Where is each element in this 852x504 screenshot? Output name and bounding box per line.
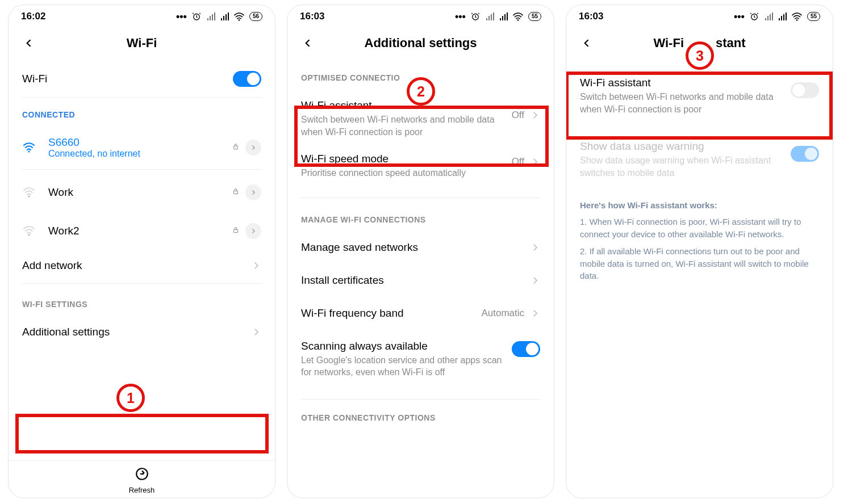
status-bar: 16:02 ••• 56	[9, 5, 275, 26]
info-line-2: 2. If all available Wi-Fi connections tu…	[566, 243, 833, 284]
section-other: OTHER CONNECTIVITY OPTIONS	[287, 400, 554, 422]
chevron-right-icon	[530, 110, 540, 120]
refresh-label: Refresh	[129, 486, 155, 494]
battery-level: 56	[249, 12, 262, 21]
add-network-row[interactable]: Add network	[9, 254, 275, 283]
signal2-icon	[778, 12, 787, 20]
signal1-icon	[206, 12, 215, 20]
wifi-icon	[22, 141, 36, 154]
wifi-assistant-value: Off	[512, 110, 524, 121]
network-item[interactable]: Work2	[9, 215, 275, 254]
more-icon: •••	[734, 11, 745, 23]
svg-rect-7	[234, 229, 238, 232]
section-wifi-settings: WI-FI SETTINGS	[9, 284, 275, 316]
status-time: 16:03	[579, 11, 603, 22]
chevron-right-icon	[530, 275, 540, 285]
network-details-button[interactable]	[245, 140, 261, 156]
data-warning-toggle	[791, 146, 819, 162]
svg-point-2	[28, 150, 30, 152]
wifi-speed-value: Off	[512, 156, 524, 167]
additional-settings-label: Additional settings	[22, 326, 110, 338]
network-connected[interactable]: S6660 Connected, no internet	[9, 126, 275, 169]
back-button[interactable]	[301, 36, 315, 50]
chevron-right-icon	[251, 261, 261, 271]
status-time: 16:02	[21, 11, 45, 22]
svg-point-4	[28, 195, 30, 197]
svg-rect-5	[234, 191, 238, 194]
signal2-icon	[220, 12, 229, 20]
back-button[interactable]	[580, 36, 594, 50]
scanning-sub: Let Google's location service and other …	[301, 354, 503, 379]
status-right: ••• 55	[455, 11, 541, 23]
wifi-assistant-row[interactable]: Wi-Fi assistant Switch between Wi-Fi net…	[566, 61, 833, 125]
freq-band-row[interactable]: Wi-Fi frequency band Automatic	[287, 297, 554, 330]
title-pre: Wi-Fi	[653, 36, 684, 51]
wifi-toggle[interactable]	[233, 71, 261, 87]
lock-icon	[232, 226, 240, 236]
info-line-1: 1. When Wi-Fi connection is poor, Wi-Fi …	[566, 213, 833, 243]
status-bar: 16:03 ••• 55	[287, 5, 554, 26]
lock-icon	[232, 187, 240, 198]
app-bar: Additional settings	[287, 26, 554, 61]
manage-saved-row[interactable]: Manage saved networks	[287, 231, 554, 264]
wifi-speed-title: Wi-Fi speed mode	[301, 153, 504, 165]
network-item[interactable]: Work	[9, 170, 275, 215]
page-title: Wi-Fi	[127, 36, 157, 51]
scanning-toggle[interactable]	[512, 341, 540, 357]
install-cert-row[interactable]: Install certificates	[287, 264, 554, 297]
scanning-title: Scanning always available	[301, 340, 503, 352]
freq-band-value: Automatic	[481, 308, 524, 319]
section-connected: CONNECTED	[9, 98, 275, 126]
chevron-right-icon	[530, 157, 540, 167]
network-details-button[interactable]	[245, 184, 261, 200]
chevron-right-icon	[530, 308, 540, 318]
wifi-assistant-toggle[interactable]	[791, 82, 819, 98]
signal1-icon	[485, 12, 494, 20]
wifi-icon	[22, 186, 36, 199]
wifi-toggle-row[interactable]: Wi-Fi	[9, 61, 275, 97]
section-manage: MANAGE WI-FI CONNECTIONS	[287, 198, 554, 231]
network-name: Work	[48, 186, 73, 199]
refresh-button[interactable]	[135, 467, 149, 484]
wifi-assistant-title: Wi-Fi assistant	[580, 77, 782, 89]
signal1-icon	[764, 12, 773, 20]
annotation-badge-3: 3	[686, 41, 714, 70]
wifi-status-icon	[233, 12, 245, 21]
additional-settings-row[interactable]: Additional settings	[9, 316, 275, 348]
back-button[interactable]	[22, 36, 36, 50]
svg-point-1	[239, 19, 240, 21]
network-status: Connected, no internet	[48, 149, 140, 159]
chevron-right-icon	[251, 327, 261, 337]
chevron-right-icon	[530, 242, 540, 253]
wifi-speed-row[interactable]: Wi-Fi speed mode Prioritise connection s…	[287, 148, 554, 190]
wifi-status-icon	[791, 12, 803, 21]
svg-point-12	[796, 19, 798, 21]
status-bar: 16:03 ••• 55	[566, 5, 833, 26]
more-icon: •••	[176, 11, 187, 23]
manage-saved-label: Manage saved networks	[301, 241, 418, 254]
title-post: stant	[716, 36, 746, 51]
network-details-button[interactable]	[245, 223, 261, 239]
status-time: 16:03	[300, 11, 324, 22]
status-right: ••• 55	[734, 11, 820, 23]
lock-icon	[232, 142, 240, 153]
svg-rect-3	[234, 146, 238, 149]
wifi-speed-sub: Prioritise connection speed automaticall…	[301, 167, 504, 179]
more-icon: •••	[455, 11, 466, 23]
alarm-icon	[749, 11, 759, 22]
wifi-status-icon	[512, 12, 524, 21]
data-warning-row: Show data usage warning Show data usage …	[566, 125, 833, 189]
content: OPTIMISED CONNECTIO Wi-Fi assistant Swit…	[287, 61, 554, 498]
alarm-icon	[470, 11, 481, 22]
wifi-assistant-title: Wi-Fi assistant	[301, 99, 504, 112]
page-title: Additional settings	[365, 36, 477, 51]
status-right: ••• 56	[176, 11, 262, 23]
network-name: Work2	[48, 225, 80, 237]
wifi-toggle-label: Wi-Fi	[22, 73, 47, 85]
network-name: S6660	[48, 136, 140, 149]
info-heading: Here's how Wi-Fi assistant works:	[566, 189, 833, 213]
alarm-icon	[191, 11, 202, 22]
wifi-assistant-sub: Switch between Wi-Fi networks and mobile…	[301, 114, 504, 138]
wifi-assistant-sub: Switch between Wi-Fi networks and mobile…	[580, 91, 782, 115]
scanning-row[interactable]: Scanning always available Let Google's l…	[287, 330, 554, 389]
